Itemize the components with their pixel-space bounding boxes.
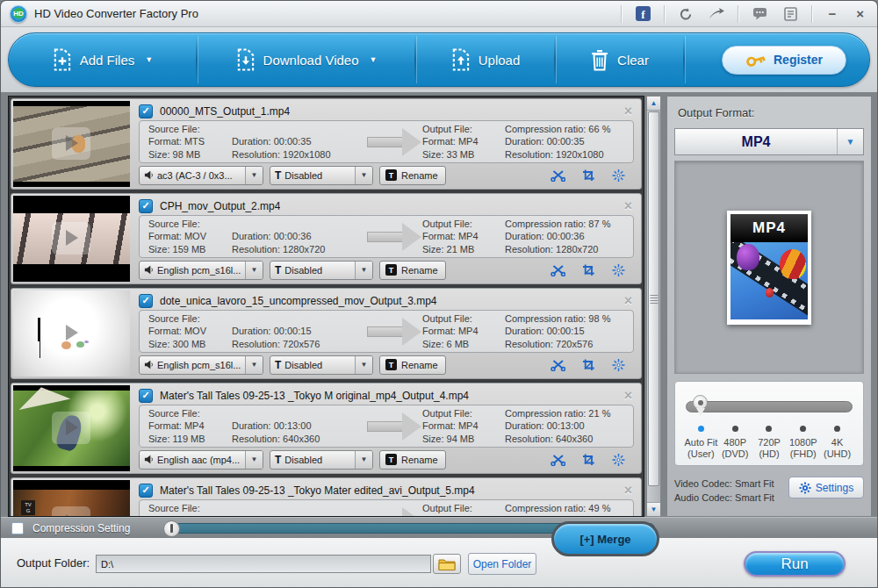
- crop-icon[interactable]: [582, 359, 595, 371]
- preset-auto-fit[interactable]: Auto Fit(User): [684, 426, 718, 460]
- effects-spark-icon[interactable]: [612, 264, 625, 276]
- compression-setting-checkbox[interactable]: [11, 522, 24, 534]
- share-arrow-icon[interactable]: [707, 5, 726, 23]
- audio-track-dropdown[interactable]: English aac (mp4... ▼: [139, 450, 263, 470]
- trim-scissors-icon[interactable]: [551, 169, 565, 182]
- browse-folder-button[interactable]: [433, 554, 461, 574]
- item-checkbox[interactable]: ✓: [139, 104, 153, 118]
- source-resolution: Resolution: 1280x720: [232, 244, 366, 255]
- audio-track-dropdown[interactable]: English pcm_s16l... ▼: [139, 355, 263, 375]
- clear-button[interactable]: Clear: [556, 33, 683, 86]
- effects-spark-icon[interactable]: [612, 359, 625, 371]
- quality-slider-track[interactable]: [686, 401, 853, 412]
- preset-720p[interactable]: 720P(HD): [752, 426, 787, 460]
- close-button[interactable]: ×: [852, 6, 868, 21]
- rename-button[interactable]: T Rename: [379, 450, 446, 470]
- output-resolution: Resolution: 640x360: [505, 434, 644, 445]
- rename-button[interactable]: T Rename: [379, 355, 446, 375]
- scrollbar-thumb[interactable]: [648, 111, 659, 486]
- play-overlay-icon: [52, 127, 90, 160]
- preset-dot: [698, 426, 704, 432]
- audio-track-dropdown[interactable]: ac3 (AC-3 / 0x3... ▼: [139, 166, 263, 185]
- subtitle-value: Disabled: [284, 455, 351, 465]
- app-logo-icon: HD: [10, 5, 27, 23]
- feedback-chat-icon[interactable]: [750, 5, 769, 23]
- file-info-box: Source File: Format: MOV Size: 300 MB Du…: [139, 310, 634, 353]
- log-document-icon[interactable]: [781, 5, 800, 23]
- open-folder-button[interactable]: Open Folder: [468, 553, 536, 575]
- key-icon: [744, 49, 768, 70]
- chevron-down-icon: ▼: [245, 167, 263, 184]
- quality-slider-pin[interactable]: [693, 395, 708, 410]
- output-resolution: Resolution: 1280x720: [505, 244, 644, 255]
- video-thumbnail[interactable]: TVG: [13, 480, 130, 517]
- rename-label: Rename: [401, 455, 438, 465]
- source-format: Format: MOV: [148, 231, 232, 242]
- remove-item-icon[interactable]: ×: [623, 294, 634, 308]
- register-button[interactable]: Register: [722, 46, 846, 75]
- item-checkbox[interactable]: ✓: [139, 199, 153, 213]
- remove-item-icon[interactable]: ×: [623, 199, 634, 213]
- item-checkbox[interactable]: ✓: [139, 389, 153, 403]
- compression-setting-label: Compression Setting: [32, 522, 130, 534]
- undo-icon[interactable]: [676, 5, 695, 23]
- subtitle-dropdown[interactable]: T Disabled ▼: [270, 261, 373, 280]
- compression-ratio: Compression ratio: 66 %: [505, 124, 644, 135]
- compression-slider-handle[interactable]: [163, 520, 180, 537]
- effects-spark-icon[interactable]: [612, 454, 625, 466]
- audio-track-dropdown[interactable]: English pcm_s16l... ▼: [139, 261, 263, 280]
- video-thumbnail[interactable]: [13, 101, 130, 187]
- video-thumbnail[interactable]: [13, 385, 130, 471]
- crop-icon[interactable]: [582, 169, 595, 182]
- video-thumbnail[interactable]: [13, 196, 130, 282]
- trim-scissors-icon[interactable]: [551, 264, 565, 276]
- preset-480p[interactable]: 480P(DVD): [718, 426, 752, 460]
- audio-track-value: English pcm_s16l...: [157, 265, 241, 276]
- remove-item-icon[interactable]: ×: [623, 389, 634, 403]
- merge-button[interactable]: [+] Merge: [551, 521, 659, 556]
- output-format: Format: MP4: [422, 136, 505, 147]
- trim-scissors-icon[interactable]: [551, 454, 565, 466]
- output-duration: Duration: 00:00:35: [505, 136, 644, 147]
- minimize-button[interactable]: −: [824, 6, 840, 21]
- subtitle-dropdown[interactable]: T Disabled ▼: [270, 450, 373, 470]
- item-checkbox[interactable]: ✓: [139, 294, 153, 308]
- output-folder-input[interactable]: [96, 555, 431, 573]
- subtitle-dropdown[interactable]: T Disabled ▼: [270, 355, 373, 375]
- effects-spark-icon[interactable]: [612, 169, 625, 182]
- source-size: Size: 159 MB: [148, 244, 232, 255]
- video-thumbnail[interactable]: [13, 290, 130, 376]
- rename-button[interactable]: T Rename: [379, 166, 446, 185]
- trim-scissors-icon[interactable]: [551, 359, 565, 371]
- file-info-box: Source File: Format: MTS Size: 98 MB Dur…: [139, 120, 634, 163]
- facebook-icon[interactable]: f: [633, 5, 652, 23]
- scroll-down-button[interactable]: ▼: [647, 502, 660, 516]
- scroll-up-button[interactable]: ▲: [647, 97, 660, 111]
- source-duration: Duration: 00:00:35: [232, 136, 366, 147]
- settings-button[interactable]: Settings: [788, 477, 864, 498]
- list-scrollbar[interactable]: ▲ ▼: [646, 96, 661, 517]
- add-files-button[interactable]: Add Files ▼: [9, 33, 196, 86]
- preset-1080p[interactable]: 1080P(FHD): [786, 426, 820, 460]
- upload-button[interactable]: Upload: [416, 33, 554, 86]
- rename-t-icon: T: [385, 359, 397, 370]
- quality-preset-box: Auto Fit(User) 480P(DVD) 720P(HD) 1080P(…: [674, 381, 864, 466]
- remove-item-icon[interactable]: ×: [623, 104, 634, 118]
- subtitle-value: Disabled: [284, 265, 351, 276]
- run-button[interactable]: Run: [744, 551, 846, 577]
- format-select-dropdown[interactable]: MP4 ▼: [674, 128, 864, 155]
- item-checkbox[interactable]: ✓: [139, 484, 153, 498]
- source-duration: Duration: 00:00:36: [232, 231, 366, 242]
- subtitle-dropdown[interactable]: T Disabled ▼: [270, 166, 373, 185]
- crop-icon[interactable]: [582, 454, 595, 466]
- download-file-icon: [235, 48, 255, 71]
- download-video-button[interactable]: Download Video ▼: [198, 33, 414, 86]
- output-filename: Mater's Tall Tales 09-25-13 _Tokyo Mater…: [160, 484, 475, 497]
- crop-icon[interactable]: [582, 264, 595, 276]
- remove-item-icon[interactable]: ×: [623, 484, 634, 498]
- output-file-label: Output File:: [422, 408, 505, 419]
- add-files-label: Add Files: [80, 53, 135, 68]
- preset-4k[interactable]: 4K(UHD): [820, 426, 854, 460]
- rename-button[interactable]: T Rename: [379, 261, 446, 280]
- output-size: Size: 6 MB: [422, 339, 505, 350]
